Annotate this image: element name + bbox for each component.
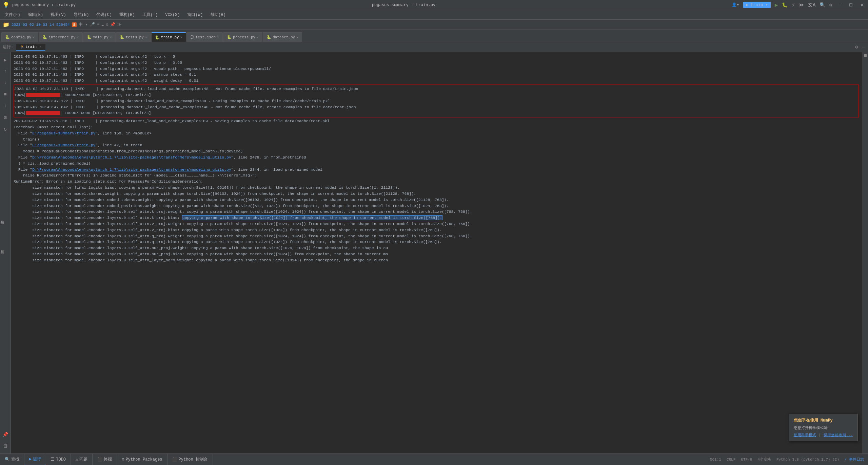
- stop-icon[interactable]: ■: [1, 90, 10, 99]
- status-run[interactable]: ▶ 运行: [24, 454, 46, 465]
- tab-testjson-close[interactable]: ✕: [217, 35, 219, 39]
- keyboard-icon[interactable]: ⌨: [97, 22, 99, 27]
- run-tab-close[interactable]: ✕: [39, 45, 41, 49]
- cursor-position[interactable]: 561:1: [710, 458, 721, 462]
- delete-icon[interactable]: 🗑: [1, 441, 10, 451]
- tab-test0[interactable]: 🐍 test0.py ✕: [116, 32, 151, 42]
- status-python-packages[interactable]: ⚙ Python Packages: [117, 454, 167, 465]
- log-line: 2023-03-02 10:37:31.463 | INFO | config:…: [14, 78, 859, 84]
- tab-train[interactable]: 🐍 train.py ✕: [151, 32, 186, 42]
- event-log[interactable]: ⚡ 事件日志: [845, 457, 864, 462]
- menu-view[interactable]: 视图(V): [47, 11, 70, 19]
- menu-vcs[interactable]: VCS(S): [162, 11, 183, 19]
- ime-icon[interactable]: 中 ▾: [79, 22, 87, 27]
- scroll-up-icon[interactable]: ↑: [1, 67, 10, 76]
- tab-main-close[interactable]: ✕: [110, 35, 112, 39]
- structure-label[interactable]: 结构: [0, 216, 5, 219]
- bookmarks-label[interactable]: 书签栏: [0, 246, 5, 249]
- minimize-button[interactable]: ─: [836, 2, 843, 8]
- log-line: size mismatch for model.encoder.layers.0…: [14, 245, 859, 251]
- file-link[interactable]: D:\Program\Anaconda\envs\pytorch_1.7\lib…: [32, 155, 231, 160]
- tab-config[interactable]: 🐍 config.py ✕: [1, 32, 38, 42]
- python-icon: 🐍: [227, 35, 232, 39]
- user-icon[interactable]: 👤▾: [732, 2, 739, 7]
- status-terminal[interactable]: ⬛ 终端: [93, 454, 117, 465]
- tab-process[interactable]: 🐍 process.py ✕: [223, 32, 262, 42]
- translate-icon[interactable]: 文A: [808, 2, 815, 8]
- line-ending[interactable]: CRLF: [727, 458, 735, 462]
- cloud-icon[interactable]: ☁: [101, 22, 104, 27]
- menu-window[interactable]: 窗口(W): [184, 11, 206, 19]
- maximize-button[interactable]: □: [847, 2, 854, 8]
- run-tab-train[interactable]: 🏃 train ✕: [16, 44, 45, 51]
- popup-title: 您似乎在使用 NumPy: [794, 417, 853, 423]
- title-bar: 💡 pegasus-summary › train.py pegasus-sum…: [0, 0, 868, 10]
- tab-testjson-label: test.json: [196, 35, 216, 39]
- tab-inference-close[interactable]: ✕: [77, 35, 79, 39]
- folder-icon[interactable]: 📁: [3, 21, 9, 28]
- folder-path[interactable]: 2023-03-02_10-03-14_526454: [12, 23, 70, 27]
- indent-info[interactable]: 4个空格: [757, 457, 771, 462]
- mic-icon[interactable]: 🎤: [90, 22, 95, 27]
- run-tab-icon: 🏃: [20, 45, 24, 49]
- python-version[interactable]: Python 3.8 (pytorch_1.7) (2): [776, 458, 839, 462]
- menu-file[interactable]: 文件(F): [1, 11, 24, 19]
- tab-train-close[interactable]: ✕: [180, 35, 182, 39]
- search-icon[interactable]: 🔍: [820, 2, 825, 8]
- console-output[interactable]: 2023-03-02 10:37:31.463 | INFO | config:…: [11, 52, 862, 453]
- tab-process-label: process.py: [233, 35, 255, 39]
- tab-config-close[interactable]: ✕: [33, 35, 35, 39]
- menu-refactor[interactable]: 重构(B): [116, 11, 138, 19]
- menu-help[interactable]: 帮助(H): [207, 11, 229, 19]
- status-todo[interactable]: ☰ TODO: [46, 454, 71, 465]
- status-python-console[interactable]: ⬛ Python 控制台: [167, 454, 213, 465]
- log-line-red: 2023-03-02 10:43:47.642 | INFO | process…: [14, 104, 859, 110]
- file-link[interactable]: E:/pegasus-summary/train.py: [32, 143, 95, 147]
- settings-icon[interactable]: ⚙: [829, 2, 832, 8]
- log-line: size mismatch for model.encoder.layers.0…: [14, 209, 859, 215]
- status-problems[interactable]: ⚠ 问题: [71, 454, 93, 465]
- scroll-down-icon[interactable]: ↓: [1, 78, 10, 88]
- log-line: raise RuntimeError(f"Error(s) in loading…: [14, 172, 859, 179]
- tab-process-close[interactable]: ✕: [257, 35, 259, 39]
- encoding[interactable]: UTF-8: [741, 458, 752, 462]
- pin-action-icon[interactable]: 📌: [1, 430, 10, 439]
- more-icon[interactable]: ≫: [117, 22, 122, 27]
- tab-inference[interactable]: 🐍 inference.py ✕: [39, 32, 82, 42]
- error-block: 2023-03-02 10:37:33.119 | INFO | process…: [14, 85, 859, 117]
- menu-code[interactable]: 代码(C): [93, 11, 115, 19]
- run-minimize[interactable]: —: [862, 44, 865, 50]
- file-link[interactable]: D:\Program\Anaconda\envs\pytorch_1.7\lib…: [32, 167, 231, 172]
- file-link[interactable]: E:/pegasus-summary/train.py: [32, 131, 95, 135]
- refresh-icon[interactable]: ↻: [1, 124, 10, 134]
- run-button[interactable]: ▶: [775, 2, 778, 8]
- close-button[interactable]: ✕: [859, 1, 865, 8]
- tab-testjson[interactable]: {} test.json ✕: [186, 32, 223, 42]
- clear-icon[interactable]: ⊠: [1, 113, 10, 122]
- popup-link-science[interactable]: 使用科学模式: [794, 432, 816, 438]
- run-config[interactable]: ▶ train ▾: [743, 2, 771, 8]
- log-line-red: 2023-03-02 10:43:47.122 | INFO | process…: [14, 98, 859, 104]
- settings-icon2[interactable]: ⚙: [106, 22, 108, 27]
- pin-icon[interactable]: 📌: [110, 22, 115, 27]
- tab-dataset-close[interactable]: ✕: [296, 35, 298, 39]
- more-actions[interactable]: ≫: [799, 2, 804, 8]
- wrap-icon[interactable]: ↕: [1, 101, 10, 111]
- status-find[interactable]: 🔍 查找: [0, 454, 24, 465]
- debug-button[interactable]: 🐛: [782, 2, 788, 8]
- tab-main[interactable]: 🐍 main.py ✕: [83, 32, 116, 42]
- log-line-selected: size mismatch for model.encoder.layers.0…: [14, 215, 859, 221]
- run-status-icon: ▶: [29, 457, 32, 462]
- run-settings-icon[interactable]: ⚙: [855, 44, 858, 50]
- tab-dataset[interactable]: 🐍 dataset.py ✕: [263, 32, 302, 42]
- coverage-button[interactable]: ⚡: [792, 2, 794, 8]
- menu-edit[interactable]: 编辑(E): [24, 11, 47, 19]
- log-line: size mismatch for model.encoder.layers.0…: [14, 239, 859, 245]
- menu-navigate[interactable]: 导航(N): [70, 11, 93, 19]
- tab-test0-close[interactable]: ✕: [145, 35, 147, 39]
- menu-tools[interactable]: 工具(T): [139, 11, 161, 19]
- right-scrollbar[interactable]: [862, 52, 868, 453]
- popup-link-keep[interactable]: 保持当前布局...: [824, 432, 853, 438]
- run-action-icon[interactable]: ▶: [1, 55, 10, 64]
- title-controls: 👤▾ ▶ train ▾ ▶ 🐛 ⚡ ≫ 文A 🔍 ⚙ ─ □ ✕: [732, 1, 865, 8]
